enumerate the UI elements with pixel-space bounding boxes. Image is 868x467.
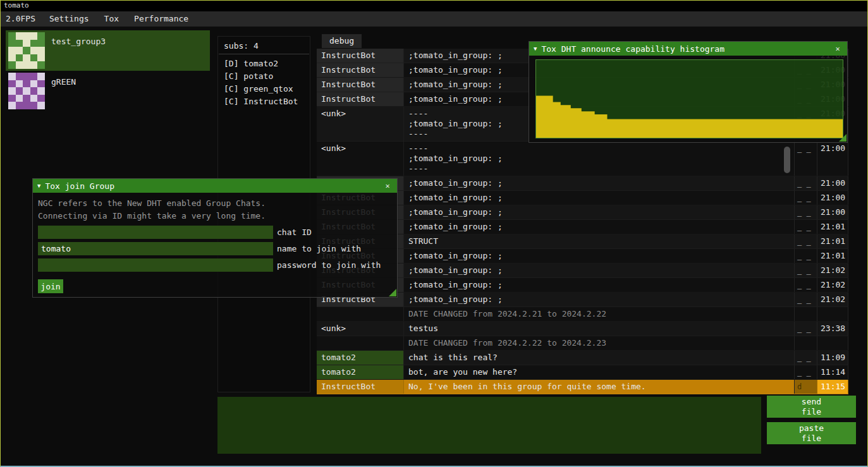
message-time: 23:38 — [817, 322, 848, 336]
message-flags: d — [794, 380, 817, 394]
sender-name[interactable]: tomato2 — [317, 351, 403, 365]
join-input-label: password to join with — [277, 260, 381, 270]
message-text: ;tomato_in_group: ; — [403, 264, 794, 277]
join-info-lines: NGC refers to the New DHT enabled Group … — [33, 197, 397, 222]
message-time: 21:02 — [817, 293, 848, 306]
sender-name[interactable]: InstructBot — [317, 92, 403, 106]
message-flags: _ _ — [794, 205, 817, 219]
message-flags: _ _ — [794, 249, 817, 263]
message-time: 21:00 — [817, 176, 848, 190]
join-info-text: NGC refers to the New DHT enabled Group … — [33, 197, 397, 210]
join-input-chat-ID[interactable] — [38, 226, 273, 239]
subs-count: subs: 4 — [218, 37, 310, 54]
join-button[interactable]: join — [38, 279, 63, 293]
window-title: tomato — [4, 1, 29, 9]
join-field-row: password to join with — [38, 258, 392, 272]
message-text: ;tomato_in_group: ; — [403, 205, 794, 219]
contact-name: gREEN — [51, 73, 76, 109]
date-changed-text: DATE CHANGED from 2024.2.21 to 2024.2.22 — [403, 307, 794, 321]
sender-name[interactable]: <unk> — [317, 107, 403, 141]
message-time: 21:02 — [817, 278, 848, 292]
join-group-window: ▼ Tox join Group ✕ NGC refers to the New… — [32, 178, 398, 298]
message-flags: _ _ — [794, 142, 817, 176]
message-flags: _ _ — [794, 293, 817, 306]
message-text: ;tomato_in_group: ; — [403, 191, 794, 205]
sender-name[interactable]: InstructBot — [317, 380, 403, 394]
message-time: 21:00 — [817, 205, 848, 219]
menubar: 2.0FPS SettingsToxPerformance — [1, 11, 867, 27]
join-resize-grip[interactable] — [389, 289, 396, 296]
message-text: ;tomato_in_group: ; — [403, 249, 794, 263]
sender-name[interactable]: <unk> — [317, 142, 403, 176]
message-text: testus — [403, 322, 794, 336]
message-text: ---- ;tomato_in_group: ; ---- — [403, 142, 794, 176]
message-text: STRUCT — [403, 234, 794, 248]
sender-name[interactable]: InstructBot — [317, 78, 403, 92]
contact-item-gREEN[interactable]: gREEN — [6, 71, 210, 111]
histogram-window-titlebar[interactable]: ▼ Tox DHT announce capability histogram … — [529, 42, 847, 56]
chat-scrollbar[interactable] — [784, 147, 790, 173]
member-item[interactable]: [D] tomato2 — [218, 58, 310, 70]
message-flags: _ _ — [794, 351, 817, 365]
message-flags: _ _ — [794, 278, 817, 292]
menu-item-settings[interactable]: Settings — [42, 11, 97, 27]
chat-row: <unk>---- ;tomato_in_group: ; ----_ _21:… — [317, 142, 848, 176]
menu-item-tox[interactable]: Tox — [97, 11, 126, 27]
message-flags: _ _ — [794, 234, 817, 248]
window-titlebar: tomato — [1, 1, 867, 11]
message-flags: _ _ — [794, 264, 817, 277]
member-item[interactable]: [C] green_qtox — [218, 83, 310, 95]
join-window-title: Tox join Group — [45, 181, 114, 191]
contact-list: test_group3gREEN — [6, 30, 210, 111]
message-text: bot, are you new here? — [403, 365, 794, 379]
message-input[interactable] — [217, 397, 761, 454]
chat-row: <unk>testus_ _23:38 — [317, 322, 848, 336]
histogram-plot — [535, 59, 843, 138]
member-item[interactable]: [C] InstructBot — [218, 95, 310, 108]
message-text: ;tomato_in_group: ; — [403, 176, 794, 190]
join-window-titlebar[interactable]: ▼ Tox join Group ✕ — [33, 179, 397, 193]
sender-name[interactable]: tomato2 — [317, 365, 403, 379]
message-text: ;tomato_in_group: ; — [403, 278, 794, 292]
message-text: No, I've been in this group for quite so… — [403, 380, 794, 394]
message-text: ;tomato_in_group: ; — [403, 293, 794, 306]
join-input-label: chat ID — [277, 227, 312, 237]
chat-row: DATE CHANGED from 2024.2.21 to 2024.2.22 — [317, 307, 848, 322]
chat-row: InstructBotNo, I've been in this group f… — [317, 380, 848, 394]
histogram-resize-grip[interactable] — [839, 134, 847, 142]
app-window: tomato 2.0FPS SettingsToxPerformance tes… — [0, 0, 868, 467]
message-text: chat is this real? — [403, 351, 794, 365]
avatar — [8, 73, 45, 109]
paste-file-button[interactable]: paste file — [767, 422, 856, 444]
contact-item-test_group3[interactable]: test_group3 — [6, 30, 210, 71]
sender-name[interactable]: <unk> — [317, 322, 403, 336]
join-close-icon[interactable]: ✕ — [382, 181, 393, 190]
avatar — [8, 32, 45, 69]
join-field-row: name to join with — [38, 242, 392, 255]
sender-name[interactable]: InstructBot — [317, 49, 403, 63]
join-collapse-arrow-icon[interactable]: ▼ — [37, 183, 40, 189]
send-file-button[interactable]: send file — [767, 396, 856, 418]
histogram-collapse-arrow-icon[interactable]: ▼ — [534, 45, 537, 52]
menubar-items: SettingsToxPerformance — [42, 11, 196, 27]
message-time: 21:00 — [817, 142, 848, 176]
chat-row: DATE CHANGED from 2024.2.22 to 2024.2.23 — [317, 336, 848, 351]
message-time: 21:01 — [817, 220, 848, 234]
join-field-row: chat ID — [38, 226, 392, 239]
histogram-close-icon[interactable]: ✕ — [833, 44, 843, 53]
message-time: 21:01 — [817, 234, 848, 248]
member-list: [D] tomato2[C] potato[C] green_qtox[C] I… — [218, 54, 310, 108]
join-input-name-to-join-with[interactable] — [38, 242, 273, 255]
join-input-label: name to join with — [277, 244, 361, 253]
sender-name[interactable]: InstructBot — [317, 63, 403, 77]
join-input-password-to-join-with[interactable] — [38, 258, 273, 272]
message-text: ;tomato_in_group: ; — [403, 220, 794, 234]
histogram-window-title: Tox DHT announce capability histogram — [541, 44, 724, 54]
message-flags: _ _ — [794, 176, 817, 190]
join-window-body: NGC refers to the New DHT enabled Group … — [33, 193, 397, 298]
member-item[interactable]: [C] potato — [218, 70, 310, 83]
menu-item-performance[interactable]: Performance — [126, 11, 196, 27]
message-time: 11:15 — [817, 380, 848, 394]
message-time: 11:14 — [817, 365, 848, 379]
tab-debug[interactable]: debug — [322, 34, 362, 48]
